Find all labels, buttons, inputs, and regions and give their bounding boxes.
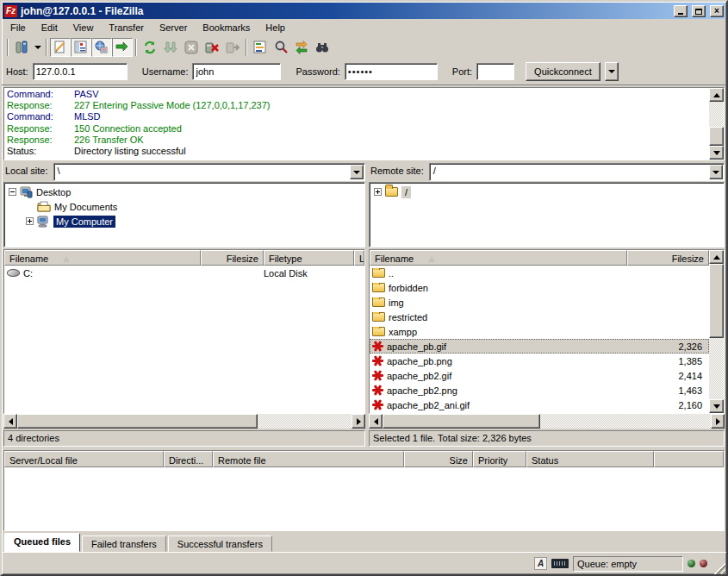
log-vertical-scrollbar[interactable] bbox=[709, 88, 724, 160]
tab-queued-files[interactable]: Queued files bbox=[4, 533, 80, 552]
expand-icon[interactable] bbox=[374, 188, 382, 196]
toggle-local-tree-button[interactable] bbox=[71, 38, 91, 57]
minimize-button[interactable] bbox=[674, 5, 688, 17]
menu-item-server[interactable]: Server bbox=[152, 20, 195, 35]
quickconnect-dropdown-button[interactable] bbox=[605, 62, 619, 81]
scrollbar-thumb[interactable] bbox=[709, 264, 724, 338]
scroll-left-button[interactable] bbox=[369, 414, 383, 429]
directory-comparison-button[interactable] bbox=[271, 38, 291, 57]
directory-filters-button[interactable] bbox=[250, 38, 271, 57]
remote-file-row-selected[interactable]: apache_pb.gif2,326 bbox=[370, 339, 709, 354]
tree-item-my-documents[interactable]: My Documents bbox=[26, 199, 364, 214]
resize-grip[interactable] bbox=[712, 561, 725, 574]
local-file-row-c-drive[interactable]: C: Local Disk bbox=[4, 266, 364, 280]
quickconnect-button[interactable]: Quickconnect bbox=[526, 62, 600, 81]
image-file-icon bbox=[372, 355, 383, 366]
column-header-filesize[interactable]: Filesize bbox=[201, 250, 264, 266]
menu-item-view[interactable]: View bbox=[65, 20, 102, 35]
tree-item-desktop[interactable]: Desktop bbox=[9, 185, 364, 199]
maximize-button[interactable] bbox=[692, 5, 706, 17]
column-header-size[interactable]: Size bbox=[404, 451, 473, 467]
column-header-filename[interactable]: Filename bbox=[370, 250, 627, 266]
remote-file-row[interactable]: img bbox=[370, 295, 709, 310]
remote-file-row[interactable]: apache_pb2_ani.gif2,160 bbox=[370, 398, 709, 412]
tab-successful-transfers[interactable]: Successful transfers bbox=[168, 535, 272, 552]
scroll-up-button[interactable] bbox=[709, 250, 724, 264]
scroll-left-button[interactable] bbox=[3, 414, 17, 429]
menu-item-bookmarks[interactable]: Bookmarks bbox=[195, 20, 258, 35]
scroll-down-button[interactable] bbox=[709, 146, 724, 160]
host-label: Host: bbox=[6, 66, 28, 77]
toggle-transfer-queue-button[interactable] bbox=[112, 38, 133, 57]
scrollbar-thumb[interactable] bbox=[17, 414, 258, 429]
remote-file-row[interactable]: xampp bbox=[370, 324, 709, 339]
remote-file-row[interactable]: apache_pb2.gif2,414 bbox=[370, 368, 709, 383]
toggle-remote-tree-button[interactable] bbox=[91, 38, 112, 57]
remote-file-row[interactable]: forbidden bbox=[370, 280, 709, 295]
find-files-button[interactable] bbox=[312, 38, 333, 57]
transfer-queue-panel: Server/Local file Directi... Remote file… bbox=[3, 450, 725, 531]
remote-file-row[interactable]: apache_pb.png1,385 bbox=[370, 354, 709, 368]
expand-icon[interactable] bbox=[26, 217, 34, 225]
tree-item-my-computer[interactable]: My Computer bbox=[26, 214, 364, 229]
quickconnect-bar: Host: Username: Password: Port: Quickcon… bbox=[2, 59, 726, 85]
disconnect-icon bbox=[204, 40, 220, 55]
close-icon: × bbox=[714, 6, 719, 16]
scrollbar-thumb[interactable] bbox=[709, 127, 724, 146]
tree-item-root[interactable]: / bbox=[374, 185, 723, 199]
remote-site-dropdown-button[interactable] bbox=[709, 165, 723, 179]
scroll-down-button[interactable] bbox=[709, 399, 724, 413]
tab-failed-transfers[interactable]: Failed transfers bbox=[82, 535, 166, 552]
remote-vertical-scrollbar[interactable] bbox=[709, 250, 724, 413]
cancel-operation-button[interactable] bbox=[181, 38, 202, 57]
host-input[interactable] bbox=[33, 63, 128, 80]
column-header-priority[interactable]: Priority bbox=[473, 451, 526, 467]
remote-file-row[interactable]: restricted bbox=[370, 310, 709, 324]
scrollbar-thumb[interactable] bbox=[383, 414, 540, 429]
titlebar[interactable]: Fz john@127.0.0.1 - FileZilla × bbox=[3, 3, 725, 19]
port-input[interactable] bbox=[476, 63, 514, 80]
local-horizontal-scrollbar[interactable] bbox=[3, 414, 365, 429]
remote-site-combo[interactable]: / bbox=[429, 163, 725, 181]
scroll-right-button[interactable] bbox=[711, 414, 725, 429]
username-input[interactable] bbox=[192, 63, 281, 80]
column-header-last-modified[interactable]: L bbox=[354, 250, 364, 266]
process-queue-icon bbox=[163, 40, 178, 55]
column-header-server-local-file[interactable]: Server/Local file bbox=[4, 451, 164, 467]
toggle-message-log-button[interactable] bbox=[50, 38, 71, 57]
scroll-right-button[interactable] bbox=[352, 414, 365, 429]
menu-item-edit[interactable]: Edit bbox=[34, 20, 65, 35]
column-header-filesize[interactable]: Filesize bbox=[627, 250, 709, 266]
folder-icon bbox=[372, 283, 385, 292]
scroll-up-button[interactable] bbox=[709, 88, 724, 102]
message-log-lines: Command:PASV Response:227 Entering Passi… bbox=[4, 88, 709, 160]
remote-horizontal-scrollbar[interactable] bbox=[369, 414, 725, 429]
column-header-filetype[interactable]: Filetype bbox=[264, 250, 354, 266]
local-site-dropdown-button[interactable] bbox=[350, 165, 364, 179]
remote-file-row[interactable]: apache_pb2.png1,463 bbox=[370, 383, 709, 398]
local-site-combo[interactable]: \ bbox=[53, 163, 365, 181]
local-tree-icon bbox=[73, 40, 89, 55]
disconnect-button[interactable] bbox=[202, 38, 222, 57]
column-header-direction[interactable]: Directi... bbox=[164, 451, 213, 467]
local-list-body: C: Local Disk bbox=[4, 266, 364, 413]
remote-site-label: Remote site: bbox=[369, 163, 429, 181]
refresh-button[interactable] bbox=[140, 38, 160, 57]
reconnect-button[interactable] bbox=[222, 38, 243, 57]
speed-limit-indicator-icon bbox=[551, 559, 569, 568]
process-queue-button[interactable] bbox=[160, 38, 181, 57]
site-manager-button[interactable] bbox=[11, 38, 32, 57]
column-header-filename[interactable]: Filename bbox=[4, 250, 201, 266]
column-header-remote-file[interactable]: Remote file bbox=[213, 451, 404, 467]
menu-item-file[interactable]: File bbox=[3, 20, 34, 35]
synchronized-browsing-button[interactable] bbox=[291, 38, 312, 57]
column-header-status[interactable]: Status bbox=[526, 451, 654, 467]
collapse-icon[interactable] bbox=[9, 188, 16, 196]
close-button[interactable]: × bbox=[710, 5, 724, 17]
filezilla-window: Fz john@127.0.0.1 - FileZilla × File Edi… bbox=[0, 0, 728, 576]
remote-file-row[interactable]: .. bbox=[370, 266, 709, 280]
menu-item-help[interactable]: Help bbox=[258, 20, 293, 35]
site-manager-dropdown-button[interactable] bbox=[32, 38, 43, 57]
password-input[interactable] bbox=[345, 63, 438, 80]
menu-item-transfer[interactable]: Transfer bbox=[101, 20, 152, 35]
